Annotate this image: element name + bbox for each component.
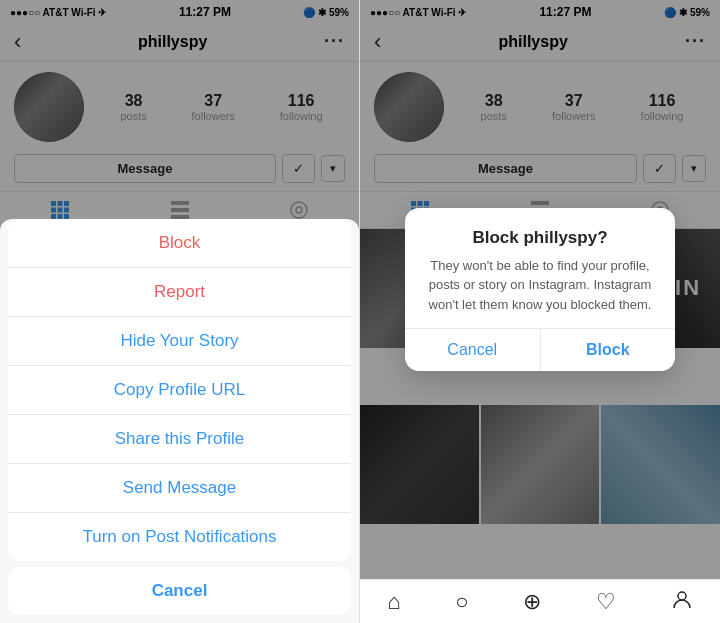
tab-home-icon[interactable]: ⌂ <box>387 589 400 615</box>
block-dialog-overlay: Block phillyspy? They won't be able to f… <box>360 0 720 579</box>
action-send-message[interactable]: Send Message <box>8 464 351 513</box>
tab-bar-right: ⌂ ○ ⊕ ♡ <box>360 579 720 623</box>
left-panel: ●●●○○ AT&T Wi-Fi ✈ 11:27 PM 🔵 ✱ 59% ‹ ph… <box>0 0 360 623</box>
tab-profile-icon[interactable] <box>671 588 693 616</box>
dialog-title: Block phillyspy? <box>421 228 659 248</box>
action-sheet-overlay: Block Report Hide Your Story Copy Profil… <box>0 0 359 623</box>
action-block[interactable]: Block <box>8 219 351 268</box>
dialog-block-button[interactable]: Block <box>541 329 676 371</box>
tab-add-icon[interactable]: ⊕ <box>523 589 541 615</box>
dialog-content: Block phillyspy? They won't be able to f… <box>405 208 675 329</box>
dialog-body: They won't be able to find your profile,… <box>421 256 659 315</box>
action-hide-story[interactable]: Hide Your Story <box>8 317 351 366</box>
svg-point-28 <box>678 592 686 600</box>
dialog-buttons: Cancel Block <box>405 328 675 371</box>
action-cancel-button[interactable]: Cancel <box>8 567 351 615</box>
action-sheet-items: Block Report Hide Your Story Copy Profil… <box>8 219 351 561</box>
block-dialog: Block phillyspy? They won't be able to f… <box>405 208 675 372</box>
action-copy-url[interactable]: Copy Profile URL <box>8 366 351 415</box>
action-sheet: Block Report Hide Your Story Copy Profil… <box>0 219 359 623</box>
right-panel: ●●●○○ AT&T Wi-Fi ✈ 11:27 PM 🔵 ✱ 59% ‹ ph… <box>360 0 720 623</box>
dialog-cancel-button[interactable]: Cancel <box>405 329 541 371</box>
action-report[interactable]: Report <box>8 268 351 317</box>
action-post-notifications[interactable]: Turn on Post Notifications <box>8 513 351 561</box>
tab-heart-icon[interactable]: ♡ <box>596 589 616 615</box>
tab-search-icon[interactable]: ○ <box>455 589 468 615</box>
action-share-profile[interactable]: Share this Profile <box>8 415 351 464</box>
